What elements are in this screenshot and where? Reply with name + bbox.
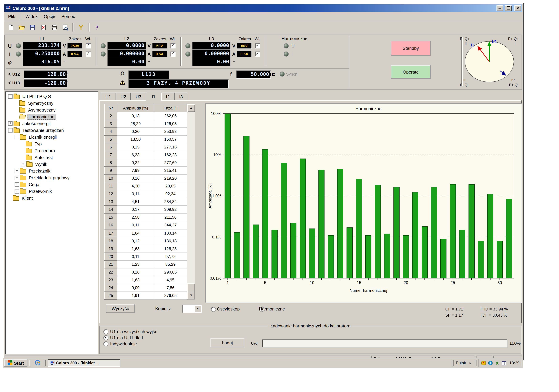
table-cell[interactable]: 183,14 bbox=[154, 229, 187, 237]
table-cell[interactable]: 28,29 bbox=[117, 120, 154, 128]
expand-icon[interactable]: + bbox=[15, 189, 19, 193]
table-row[interactable]: 76,33162,23 bbox=[104, 151, 187, 159]
l3-i-enable-checkbox[interactable] bbox=[255, 52, 260, 57]
tree-item-asymetryczny[interactable]: Asymetryczny bbox=[6, 106, 97, 113]
tree-item-cęga[interactable]: +Cęga bbox=[6, 181, 97, 188]
tree-item-testowanie-urządzeń[interactable]: −Testowanie urządzeń bbox=[6, 127, 97, 133]
tree-item-licznik-energii[interactable]: −Licznik energii bbox=[6, 133, 97, 140]
menu-item-widok[interactable]: Widok bbox=[22, 13, 41, 20]
table-row[interactable]: 140,17309,92 bbox=[104, 206, 187, 214]
scrollbar-thumb[interactable] bbox=[187, 283, 195, 292]
tree-label[interactable]: Symetryczny bbox=[27, 101, 54, 106]
expand-icon[interactable]: + bbox=[21, 162, 25, 166]
tree-label[interactable]: Jakość energii bbox=[21, 121, 52, 126]
table-cell[interactable]: 276,05 bbox=[154, 292, 187, 300]
tree-label[interactable]: U I Phi f P Q S bbox=[21, 94, 52, 99]
l2-u-range[interactable]: 60V bbox=[152, 43, 167, 49]
table-row[interactable]: 211,2385,29 bbox=[104, 260, 187, 268]
table-cell[interactable]: 277,69 bbox=[154, 159, 187, 167]
l3-u-range[interactable]: 60V bbox=[237, 43, 252, 49]
table-cell[interactable]: 92,34 bbox=[154, 190, 187, 198]
load-option-radio-1[interactable] bbox=[103, 329, 108, 334]
l3-u-enable-checkbox[interactable] bbox=[255, 44, 260, 49]
tree-label[interactable]: Testowanie urządzeń bbox=[21, 128, 65, 133]
tray-icon-2[interactable] bbox=[488, 360, 493, 366]
l1-i-range[interactable]: 0.5A bbox=[67, 51, 82, 57]
expand-icon[interactable]: + bbox=[15, 169, 19, 173]
l2-i-enable-checkbox[interactable] bbox=[170, 52, 175, 57]
table-cell[interactable]: 0,11 bbox=[117, 252, 154, 260]
save-button[interactable] bbox=[28, 23, 38, 32]
table-cell[interactable]: 309,92 bbox=[154, 206, 187, 214]
tree-label[interactable]: Asymetryczny bbox=[27, 107, 56, 112]
collapse-icon[interactable]: − bbox=[8, 94, 13, 98]
table-row[interactable]: 60,15277,16 bbox=[104, 143, 187, 151]
table-cell[interactable]: 4,51 bbox=[117, 198, 154, 206]
table-row[interactable]: 20,13262,06 bbox=[104, 112, 187, 120]
table-cell[interactable]: 126,03 bbox=[154, 120, 187, 128]
table-cell[interactable]: 0,20 bbox=[117, 128, 154, 135]
table-cell[interactable]: 1,91 bbox=[117, 292, 154, 300]
collapse-icon[interactable]: − bbox=[15, 135, 19, 139]
load-option-label-1[interactable]: U1 dla wszystkich wyjść bbox=[110, 329, 157, 334]
tab-u3[interactable]: U3 bbox=[131, 93, 146, 100]
taskbar-app-button[interactable]: Calpro 300 - [kinkiet ... bbox=[48, 359, 120, 367]
tray-icon-1[interactable] bbox=[481, 360, 486, 366]
scroll-down-icon[interactable]: ▼ bbox=[187, 292, 195, 299]
tree-item-typ[interactable]: Typ bbox=[6, 140, 97, 147]
menu-item-pomoc[interactable]: Pomoc bbox=[58, 13, 78, 20]
tree-label[interactable]: Przetwornik bbox=[28, 189, 53, 194]
table-cell[interactable]: 290,65 bbox=[154, 268, 187, 276]
table-cell[interactable]: 0,13 bbox=[117, 112, 154, 120]
table-cell[interactable]: 1,23 bbox=[117, 260, 154, 268]
tree-item-przetwornik[interactable]: +Przetwornik bbox=[6, 188, 97, 195]
tree-label[interactable]: Cęga bbox=[28, 182, 40, 187]
tray-icon-3[interactable]: X bbox=[494, 360, 500, 366]
table-row[interactable]: 240,097,86 bbox=[104, 284, 187, 291]
table-cell[interactable]: 0,15 bbox=[117, 143, 154, 151]
l2-i-range[interactable]: 0.5A bbox=[152, 51, 167, 57]
expand-icon[interactable]: + bbox=[15, 182, 19, 187]
tree-item-procedura[interactable]: Procedura bbox=[6, 147, 97, 154]
table-row[interactable]: 191,63126,23 bbox=[104, 245, 187, 252]
table-cell[interactable]: 186,18 bbox=[154, 237, 187, 245]
table-cell[interactable]: 315,41 bbox=[154, 167, 187, 175]
table-row[interactable]: 120,1192,34 bbox=[104, 190, 187, 198]
table-cell[interactable]: 4,30 bbox=[117, 182, 154, 190]
chevron-button[interactable]: » bbox=[467, 360, 473, 366]
preview-button[interactable] bbox=[60, 23, 70, 32]
tree-item-u-i-phi-f-p-q-s[interactable]: −U I Phi f P Q S bbox=[6, 93, 97, 100]
table-row[interactable]: 328,29126,03 bbox=[104, 120, 187, 128]
table-cell[interactable]: 0,18 bbox=[117, 268, 154, 276]
tree-label[interactable]: Przekaźnik bbox=[28, 168, 51, 173]
close-button[interactable]: × bbox=[514, 5, 521, 11]
table-cell[interactable]: 7,99 bbox=[117, 167, 154, 175]
table-cell[interactable]: 6,33 bbox=[117, 151, 154, 159]
table-cell[interactable]: 13,50 bbox=[117, 135, 154, 143]
maximize-button[interactable] bbox=[505, 5, 512, 11]
menu-item-opcje[interactable]: Opcje bbox=[41, 13, 58, 20]
table-cell[interactable]: 234,84 bbox=[154, 198, 187, 206]
oscilloscope-radio-label[interactable]: Oscyloskop bbox=[217, 306, 240, 311]
oscilloscope-radio[interactable] bbox=[211, 307, 216, 312]
table-cell[interactable]: 262,06 bbox=[154, 112, 187, 120]
tree-label[interactable]: Klient bbox=[21, 196, 34, 200]
load-option-radio-2[interactable] bbox=[103, 335, 108, 340]
table-row[interactable]: 100,16219,20 bbox=[104, 175, 187, 182]
tree-item-harmoniczne[interactable]: Harmoniczne bbox=[6, 113, 97, 120]
scroll-up-icon[interactable]: ▲ bbox=[187, 104, 195, 112]
table-row[interactable]: 251,91276,05 bbox=[104, 292, 187, 300]
table-cell[interactable]: 126,23 bbox=[154, 245, 187, 252]
table-cell[interactable]: 20,05 bbox=[154, 182, 187, 190]
table-row[interactable]: 80,22277,69 bbox=[104, 159, 187, 167]
table-cell[interactable]: 0,11 bbox=[117, 221, 154, 229]
tree-label[interactable]: Typ bbox=[34, 141, 43, 146]
tab-i3[interactable]: I3 bbox=[174, 93, 187, 100]
table-cell[interactable]: 211,56 bbox=[154, 214, 187, 221]
tree-label[interactable]: Procedura bbox=[34, 148, 56, 153]
tree-label[interactable]: Harmoniczne bbox=[27, 114, 56, 120]
table-row[interactable]: 231,634,95 bbox=[104, 276, 187, 284]
table-cell[interactable]: 0,17 bbox=[117, 206, 154, 214]
new-button[interactable] bbox=[6, 23, 16, 32]
table-row[interactable]: 40,20253,93 bbox=[104, 128, 187, 135]
